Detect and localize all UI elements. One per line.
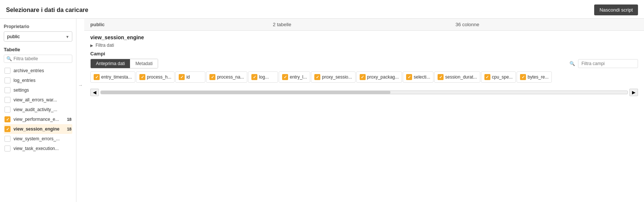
scrollbar-track[interactable]	[100, 91, 628, 94]
owner-select[interactable]: public	[4, 31, 72, 42]
column-checkbox[interactable]	[282, 74, 288, 80]
column-checkbox[interactable]	[360, 74, 366, 80]
column-item[interactable]: cpu_spe...	[481, 71, 516, 83]
table-item[interactable]: view_audit_activity_...	[4, 105, 72, 114]
table-name: archive_entries	[13, 68, 72, 73]
column-item[interactable]: proxy_packag...	[356, 71, 402, 83]
column-item[interactable]: process_h...	[136, 71, 175, 83]
filter-data-row[interactable]: ▶ Filtra dati	[90, 43, 638, 48]
column-checkbox[interactable]	[209, 74, 215, 80]
column-name: entry_l...	[290, 74, 307, 80]
table-name: view_session_engine	[13, 126, 66, 132]
table-checkbox[interactable]	[4, 146, 10, 152]
table-checkbox[interactable]	[4, 68, 10, 74]
arrow-icon: →	[78, 82, 83, 88]
tab-group: Anteprima dati Metadati	[90, 59, 158, 68]
summary-tables: 2 tabelle	[273, 22, 455, 27]
content-area: view_session_engine ▶ Filtra dati Campi …	[84, 31, 644, 202]
column-checkbox[interactable]	[406, 74, 412, 80]
table-search-input[interactable]	[13, 56, 70, 61]
column-item[interactable]: entry_l...	[279, 71, 310, 83]
column-item[interactable]: log...	[248, 71, 278, 83]
table-item[interactable]: log_entries	[4, 76, 72, 85]
table-search-box: 🔍	[4, 55, 72, 63]
owner-label: Proprietario	[4, 24, 72, 29]
sidebar: Proprietario public Tabelle 🔍 archive_en…	[0, 19, 76, 202]
table-item[interactable]: view_all_errors_war...	[4, 95, 72, 105]
table-list: archive_entrieslog_entriessettingsview_a…	[4, 66, 72, 198]
tables-header: Tabelle	[4, 47, 72, 52]
table-checkbox[interactable]	[4, 77, 10, 83]
column-name: process_na...	[217, 74, 244, 80]
table-checkbox[interactable]	[4, 136, 10, 142]
table-item[interactable]: view_performance_e...18	[4, 114, 72, 124]
column-item[interactable]: proxy_sessio...	[311, 71, 355, 83]
column-name: id	[186, 74, 190, 80]
owner-select-wrapper[interactable]: public	[4, 31, 72, 42]
column-checkbox[interactable]	[94, 74, 100, 80]
table-detail-header: view_session_engine	[90, 34, 638, 40]
summary-row: public 2 tabelle 36 colonne	[84, 19, 644, 31]
table-count: 18	[67, 117, 72, 122]
column-checkbox[interactable]	[179, 74, 185, 80]
table-name: view_system_errors_...	[13, 136, 72, 141]
column-name: proxy_sessio...	[322, 74, 352, 80]
page-title: Selezionare i dati da caricare	[6, 7, 88, 13]
fields-search-icon: 🔍	[569, 61, 575, 66]
column-name: cpu_spe...	[492, 74, 513, 80]
table-item[interactable]: view_task_execution...	[4, 144, 72, 153]
column-item[interactable]: selecti...	[403, 71, 433, 83]
column-name: process_h...	[147, 74, 171, 80]
scroll-left-button[interactable]: ◀	[90, 89, 99, 96]
table-name: settings	[13, 88, 72, 93]
column-item[interactable]: id	[175, 71, 205, 83]
filter-triangle-icon: ▶	[90, 43, 93, 48]
column-item[interactable]: entry_timesta...	[90, 71, 135, 83]
tab-metadata[interactable]: Metadati	[130, 59, 158, 68]
table-name: view_performance_e...	[13, 117, 66, 122]
tabs-row: Anteprima dati Metadati 🔍	[90, 59, 638, 68]
column-item[interactable]: bytes_re...	[517, 71, 552, 83]
column-checkbox[interactable]	[438, 74, 444, 80]
table-checkbox[interactable]	[4, 97, 10, 103]
fields-label: Campi	[90, 51, 638, 56]
page: Selezionare i dati da caricare Nascondi …	[0, 0, 644, 202]
table-checkbox[interactable]	[4, 107, 10, 113]
table-checkbox[interactable]	[4, 126, 10, 132]
table-item[interactable]: archive_entries	[4, 66, 72, 76]
table-name: view_task_execution...	[13, 146, 72, 151]
column-item[interactable]: process_na...	[206, 71, 247, 83]
filter-data-label: Filtra dati	[96, 43, 114, 48]
table-item[interactable]: settings	[4, 85, 72, 95]
fields-search: 🔍	[569, 59, 638, 68]
column-name: entry_timesta...	[101, 74, 132, 80]
summary-columns: 36 colonne	[456, 22, 638, 27]
body-layout: Proprietario public Tabelle 🔍 archive_en…	[0, 19, 644, 202]
table-name: log_entries	[13, 78, 72, 83]
column-checkbox[interactable]	[314, 74, 320, 80]
columns-row: entry_timesta...process_h...idprocess_na…	[90, 71, 638, 84]
fields-search-input[interactable]	[578, 59, 638, 68]
column-checkbox[interactable]	[139, 74, 145, 80]
column-name: bytes_re...	[527, 74, 548, 80]
column-checkbox[interactable]	[251, 74, 257, 80]
arrow-divider: →	[76, 19, 84, 202]
table-item[interactable]: view_session_engine18	[4, 124, 72, 134]
header: Selezionare i dati da caricare Nascondi …	[0, 0, 644, 19]
table-name: view_audit_activity_...	[13, 107, 72, 112]
column-checkbox[interactable]	[520, 74, 526, 80]
scrollbar-row: ◀ ▶	[90, 87, 638, 98]
column-name: session_durat...	[445, 74, 477, 80]
table-name: view_all_errors_war...	[13, 97, 72, 102]
table-checkbox[interactable]	[4, 116, 10, 122]
column-item[interactable]: session_durat...	[434, 71, 480, 83]
tab-preview[interactable]: Anteprima dati	[91, 59, 130, 68]
table-checkbox[interactable]	[4, 87, 10, 93]
column-name: log...	[259, 74, 269, 80]
table-count: 18	[67, 127, 72, 131]
hide-script-button[interactable]: Nascondi script	[594, 4, 638, 15]
column-checkbox[interactable]	[484, 74, 490, 80]
search-icon: 🔍	[6, 56, 12, 61]
scroll-right-button[interactable]: ▶	[629, 89, 638, 96]
table-item[interactable]: view_system_errors_...	[4, 134, 72, 144]
